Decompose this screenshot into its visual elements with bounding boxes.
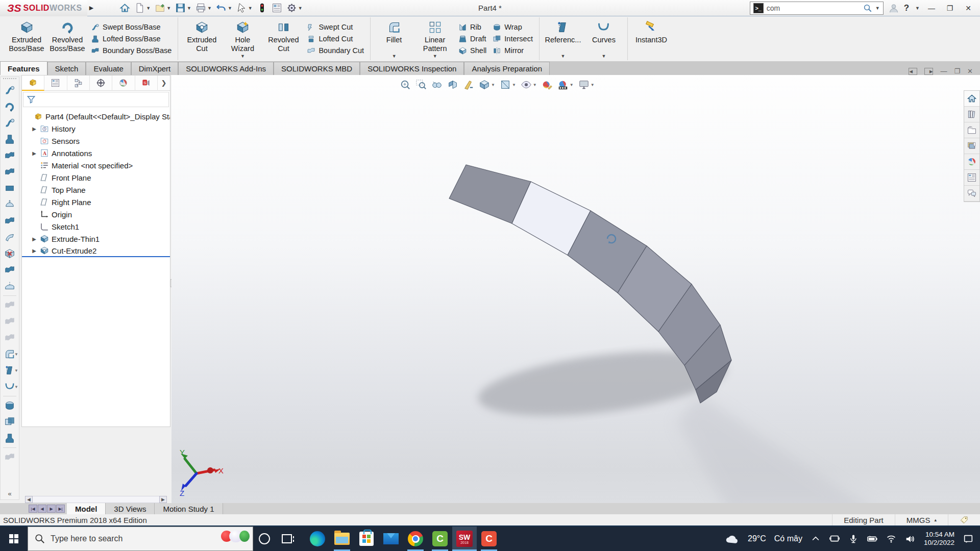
- ribbon-button-swept-boss-base[interactable]: Swept Boss/Base: [89, 21, 174, 33]
- tree-item-extrude-thin1[interactable]: ▶Extrude-Thin1: [22, 233, 170, 245]
- ribbon-button-linear-pattern[interactable]: Linear Pattern▼: [415, 17, 454, 60]
- file-properties-button[interactable]: [270, 2, 284, 15]
- tab-features[interactable]: Features: [0, 61, 47, 75]
- tree-item-annotations[interactable]: ▶AAnnotations: [22, 147, 170, 159]
- hide-show-items-button[interactable]: ▼: [519, 78, 538, 91]
- tab-evaluate[interactable]: Evaluate: [86, 62, 131, 75]
- help-dropdown-icon[interactable]: ▼: [915, 6, 920, 11]
- panel-tab-featuremanager[interactable]: [22, 76, 44, 91]
- left-toolbar-intersect-button[interactable]: [1, 414, 18, 430]
- dropdown-icon[interactable]: ▼: [14, 385, 18, 389]
- zoom-to-fit-button[interactable]: [398, 78, 412, 91]
- doc-minimize-button[interactable]: —: [940, 67, 947, 75]
- taskbar-app-file-explorer[interactable]: [330, 527, 354, 551]
- view-orientation-button[interactable]: ▼: [477, 78, 497, 91]
- tab-nav-button[interactable]: |◀: [29, 505, 37, 513]
- left-toolbar-trimsurf-button[interactable]: [1, 278, 18, 294]
- expand-arrow-icon[interactable]: ▶: [31, 236, 37, 242]
- panel-tab-cam[interactable]: S: [135, 76, 158, 91]
- ribbon-button-revolved-cut[interactable]: Revolved Cut: [264, 17, 303, 60]
- taskbar-app-solidworks[interactable]: SW2018: [452, 527, 477, 551]
- taskpane-tab-palette[interactable]: [964, 138, 979, 154]
- tree-filter-row[interactable]: [23, 92, 169, 107]
- ribbon-button-instant3d[interactable]: Instant3D: [632, 17, 671, 60]
- view-settings-button[interactable]: ▼: [577, 78, 596, 91]
- taskbar-search[interactable]: Type here to search: [28, 527, 253, 551]
- search-highlights-widget[interactable]: [221, 530, 250, 542]
- task-view-button[interactable]: [276, 527, 298, 551]
- dropdown-icon[interactable]: ▼: [591, 83, 595, 87]
- left-toolbar-boundary-button[interactable]: [1, 330, 18, 346]
- ribbon-button-wrap[interactable]: Wrap: [491, 21, 535, 33]
- pane-right-icon[interactable]: ▸: [924, 68, 933, 75]
- left-toolbar-boundary-button[interactable]: [1, 164, 18, 180]
- dropdown-icon[interactable]: ▼: [491, 83, 495, 87]
- ribbon-button-boundary-boss-base[interactable]: Boundary Boss/Base: [89, 45, 174, 56]
- tree-item-origin[interactable]: Origin: [22, 208, 170, 220]
- options-button[interactable]: ▼: [285, 2, 304, 15]
- dropdown-icon[interactable]: ▼: [248, 6, 253, 11]
- units-selector[interactable]: MMGS▴: [895, 514, 948, 525]
- dropdown-icon[interactable]: ▼: [240, 54, 245, 59]
- taskpane-tab-library[interactable]: [964, 107, 979, 122]
- ribbon-button-extruded-boss-base[interactable]: Extruded Boss/Base: [7, 17, 46, 60]
- ribbon-button-lofted-boss-base[interactable]: Lofted Boss/Base: [89, 33, 174, 44]
- dropdown-icon[interactable]: ▼: [207, 6, 212, 11]
- left-toolbar-loft-button[interactable]: [1, 131, 18, 147]
- zoom-to-area-button[interactable]: [414, 78, 428, 91]
- home-button[interactable]: [118, 2, 132, 15]
- pane-left-icon[interactable]: ◂: [909, 68, 917, 75]
- cortana-button[interactable]: [253, 527, 276, 551]
- panel-tab-displaymanager[interactable]: [112, 76, 135, 91]
- toolbar-collapse-chevron[interactable]: «: [8, 490, 11, 499]
- close-button[interactable]: ✕: [962, 4, 975, 12]
- ribbon-button-rib[interactable]: Rib: [456, 21, 488, 33]
- microphone-icon[interactable]: [848, 534, 859, 544]
- expand-arrow-icon[interactable]: ▶: [31, 151, 37, 156]
- model-3d-view[interactable]: Y X Z: [172, 75, 980, 503]
- tree-item-part4-default-default-display-[interactable]: Part4 (Default<<Default>_Display Sta: [22, 110, 170, 122]
- login-user-icon[interactable]: [889, 3, 899, 13]
- dropdown-icon[interactable]: ▼: [560, 54, 565, 59]
- save-button[interactable]: ▼: [174, 2, 193, 15]
- search-input[interactable]: [767, 4, 860, 12]
- ribbon-button-mirror[interactable]: Mirror: [491, 45, 535, 56]
- ribbon-button-curves[interactable]: Curves▼: [584, 17, 623, 60]
- dropdown-icon[interactable]: ▼: [392, 54, 397, 59]
- left-toolbar-bend-button[interactable]: [1, 229, 18, 245]
- ribbon-button-intersect[interactable]: Intersect: [491, 33, 535, 44]
- left-toolbar-boundary-button[interactable]: [1, 449, 18, 465]
- new-document-button[interactable]: ▼: [133, 2, 152, 15]
- doc-close-button[interactable]: ✕: [967, 67, 973, 75]
- ribbon-button-revolved-boss-base[interactable]: Revolved Boss/Base: [48, 17, 87, 60]
- taskbar-app-camtasia-green[interactable]: C: [428, 527, 452, 551]
- left-toolbar-sweep-button[interactable]: [1, 82, 18, 98]
- tree-item-sensors[interactable]: Sensors: [22, 135, 170, 147]
- taskbar-app-mail[interactable]: [379, 527, 403, 551]
- dropdown-icon[interactable]: ▼: [14, 352, 18, 357]
- ribbon-button-fillet[interactable]: Fillet▼: [375, 17, 413, 60]
- section-view-button[interactable]: [446, 78, 460, 91]
- panel-tabs-more-icon[interactable]: ❯: [158, 79, 170, 87]
- panel-tab-configurationmanager[interactable]: [67, 76, 90, 91]
- search-icon[interactable]: [863, 4, 872, 13]
- tab-solidworks-inspection[interactable]: SOLIDWORKS Inspection: [360, 62, 464, 75]
- model-tab-3d-views[interactable]: 3D Views: [106, 503, 155, 514]
- tag-button[interactable]: [948, 514, 980, 525]
- left-toolbar-loft-button[interactable]: [1, 430, 18, 446]
- tree-item-right-plane[interactable]: Right Plane: [22, 196, 170, 208]
- left-toolbar-curves-button[interactable]: ▼: [1, 379, 18, 395]
- dropdown-icon[interactable]: ▼: [146, 6, 151, 11]
- dynamic-annotation-views-button[interactable]: [461, 78, 476, 91]
- ribbon-button-hole-wizard[interactable]: Hole Wizard▼: [223, 17, 262, 60]
- dropdown-icon[interactable]: ▼: [512, 83, 516, 87]
- expand-arrow-icon[interactable]: ▶: [31, 248, 37, 254]
- left-toolbar-revolve-button[interactable]: [1, 98, 18, 115]
- scroll-right-icon[interactable]: ▶: [159, 496, 167, 503]
- tab-dimxpert[interactable]: DimXpert: [131, 62, 179, 75]
- model-tab-model[interactable]: Model: [67, 503, 106, 514]
- logo-expand-arrow-icon[interactable]: ▶: [89, 5, 93, 11]
- dropdown-icon[interactable]: ▼: [166, 6, 171, 11]
- weather-temp[interactable]: 29°C: [748, 534, 766, 543]
- left-toolbar-fillet-button[interactable]: ▼: [1, 346, 18, 362]
